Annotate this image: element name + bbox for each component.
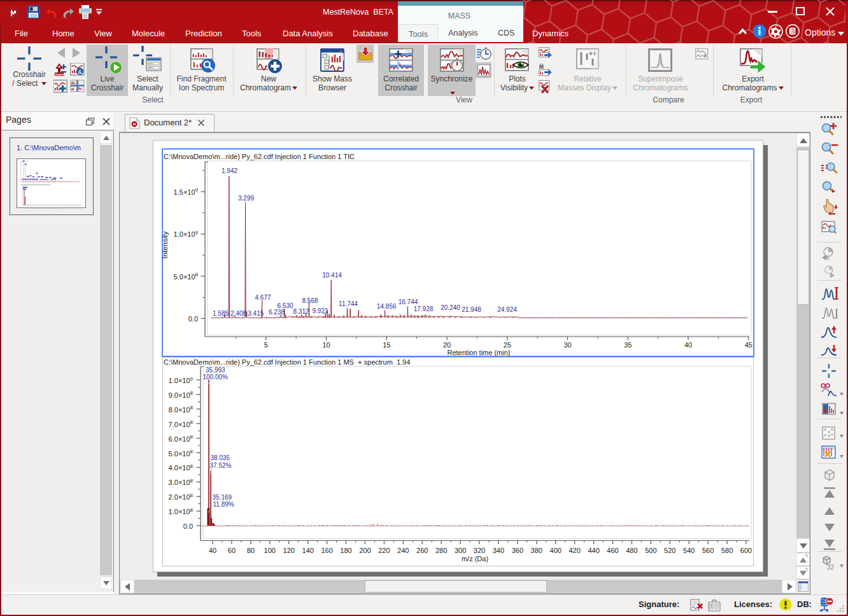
svg-text:32: 32 [827, 564, 835, 571]
